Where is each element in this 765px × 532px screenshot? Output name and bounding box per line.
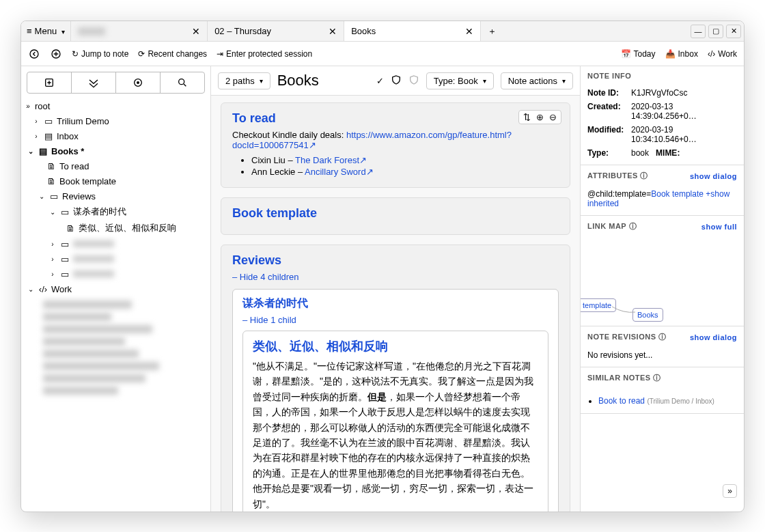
section-title[interactable]: Book template <box>232 206 559 221</box>
tree-item[interactable]: ⌄▭Reviews <box>24 188 208 204</box>
tree-item <box>43 300 132 309</box>
close-icon[interactable]: ✕ <box>465 26 473 37</box>
zoom-in-icon[interactable]: ⊕ <box>536 112 544 122</box>
tree-item[interactable]: ›▤Inbox <box>24 128 208 143</box>
new-note-button[interactable] <box>27 72 72 93</box>
book-link[interactable]: Ancillary Sword <box>305 167 366 177</box>
tab-thursday[interactable]: 02 – Thursday ✕ <box>208 21 344 41</box>
work-button[interactable]: ‹/› Work <box>708 49 737 59</box>
back-button[interactable] <box>28 48 40 60</box>
scroll-active-button[interactable] <box>116 72 161 93</box>
note-actions-dropdown[interactable]: Note actions <box>501 72 573 89</box>
grandchild-title[interactable]: 类似、近似、相似和反响 <box>253 338 538 354</box>
close-icon[interactable]: ✕ <box>192 26 200 37</box>
tree-item[interactable]: ›▭ <box>24 236 208 251</box>
tree-item[interactable]: 🗎Book template <box>24 173 208 188</box>
tree-item[interactable]: ›▭ <box>24 266 208 281</box>
panel-similar: SIMILAR NOTES ⓘ Book to read (Trilium De… <box>581 367 744 414</box>
panel-title: NOTE INFO <box>587 72 631 80</box>
svg-point-4 <box>137 82 139 84</box>
attr-link[interactable]: Book template <box>651 189 704 199</box>
today-button[interactable]: 📅 Today <box>621 49 656 59</box>
tab-0[interactable]: ✕ <box>71 21 208 41</box>
tabs: ✕ 02 – Thursday ✕ Books ✕ ＋ <box>71 21 685 41</box>
close-icon[interactable]: ✕ <box>329 26 337 37</box>
titlebar: ≡ Menu ✕ 02 – Thursday ✕ Books ✕ ＋ — ▢ ✕ <box>21 21 744 42</box>
recent-button[interactable]: ⟳ Recent changes <box>138 49 207 59</box>
shield-icon[interactable] <box>391 74 402 87</box>
note-tree: »root ›▭Trilium Demo ›▤Inbox ⌄▤Books * 🗎… <box>21 99 210 402</box>
tab-books[interactable]: Books ✕ <box>344 21 481 41</box>
sidebar: »root ›▭Trilium Demo ›▤Inbox ⌄▤Books * 🗎… <box>21 66 211 512</box>
tree-item <box>43 313 111 321</box>
add-tab-button[interactable]: ＋ <box>481 21 503 41</box>
section-body: Checkout Kindle daily deals: https://www… <box>232 130 559 150</box>
panel-title: ATTRIBUTES <box>587 171 638 180</box>
close-window-button[interactable]: ✕ <box>726 25 741 38</box>
tree-item[interactable]: ›▭Trilium Demo <box>24 113 208 128</box>
inbox-button[interactable]: 📥 Inbox <box>665 49 698 59</box>
paths-dropdown[interactable]: 2 paths <box>218 72 270 89</box>
expand-right-button[interactable]: » <box>723 484 737 498</box>
tree-item[interactable]: 🗎类似、近似、相似和反响 <box>24 220 208 236</box>
tree-item[interactable]: ›▭ <box>24 251 208 266</box>
hide-children-link[interactable]: – Hide 4 children <box>232 272 559 282</box>
show-full-link[interactable]: show full <box>701 223 737 231</box>
tree-toolbar <box>27 72 205 94</box>
tree-item-work[interactable]: ⌄‹/›Work <box>24 281 208 296</box>
tree-item <box>43 374 145 382</box>
hide-child-link[interactable]: – Hide 1 child <box>242 315 548 325</box>
panel-title: LINK MAP <box>587 222 626 230</box>
menu-button[interactable]: ≡ Menu <box>21 21 71 41</box>
panel-link-map: LINK MAP ⓘshow full template Books <box>581 216 744 326</box>
section-title[interactable]: To read <box>232 111 559 126</box>
show-dialog-link[interactable]: show dialog <box>690 172 737 180</box>
show-dialog-link[interactable]: show dialog <box>690 333 737 341</box>
minimize-button[interactable]: — <box>691 25 706 38</box>
collapse-button[interactable] <box>72 72 116 93</box>
book-link[interactable]: The Dark Forest <box>295 155 359 165</box>
linkmap-node[interactable]: template <box>580 298 616 312</box>
list-item: Cixin Liu – The Dark Forest↗ <box>251 154 559 166</box>
right-sidebar: NOTE INFO Note ID:K1JRVgVfoCsc Created:2… <box>580 66 744 512</box>
page-title[interactable]: Books <box>277 72 370 89</box>
paragraph: "他从不满足。"一位传记家这样写道，"在他倦怠的月光之下百花凋谢，群星黯淡。"是… <box>253 359 538 512</box>
panel-title: SIMILAR NOTES <box>587 374 651 382</box>
shield-outline-icon[interactable] <box>408 74 419 87</box>
tree-item[interactable]: 🗎To read <box>24 158 208 173</box>
zoom-out-icon[interactable]: ⊖ <box>549 112 557 122</box>
section-to-read: ⇅ ⊕ ⊖ To read Checkout Kindle daily deal… <box>221 102 570 188</box>
tree-item <box>43 362 159 370</box>
panel-revisions: NOTE REVISIONS ⓘshow dialog No revisions… <box>581 326 744 367</box>
svg-point-5 <box>179 79 184 85</box>
tree-item <box>43 337 125 346</box>
tree-item <box>43 387 118 395</box>
tree-item[interactable]: ⌄▭谋杀者的时代 <box>24 204 208 220</box>
tree-item <box>43 325 152 333</box>
similar-link[interactable]: Book to read <box>598 396 645 406</box>
linkmap-node[interactable]: Books <box>632 308 663 322</box>
maximize-button[interactable]: ▢ <box>708 25 723 38</box>
tree-item <box>43 350 139 358</box>
panel-attributes: ATTRIBUTES ⓘshow dialog @child:template=… <box>581 165 744 216</box>
revisions-empty: No revisions yet... <box>581 348 744 367</box>
toolbar: ↻ Jump to note ⟳ Recent changes ⇥ Enter … <box>21 42 744 66</box>
check-icon: ✓ <box>376 76 384 86</box>
expand-icon[interactable]: ⇅ <box>523 112 531 122</box>
link-map-canvas[interactable]: template Books <box>581 237 744 326</box>
search-button[interactable] <box>161 72 204 93</box>
section-reviews: Reviews – Hide 4 children 谋杀者的时代 – Hide … <box>221 244 570 512</box>
section-title[interactable]: Reviews <box>232 253 559 268</box>
svg-point-0 <box>30 50 38 58</box>
section-book-template: Book template <box>221 197 570 235</box>
list-item: Ann Leckie – Ancillary Sword↗ <box>251 166 559 178</box>
tree-root[interactable]: »root <box>24 99 208 113</box>
protected-button[interactable]: ⇥ Enter protected session <box>217 49 312 59</box>
similar-item: Book to read (Trilium Demo / Inbox) <box>598 395 737 406</box>
jump-button[interactable]: ↻ Jump to note <box>72 49 128 59</box>
child-title[interactable]: 谋杀者的时代 <box>242 296 548 311</box>
panel-note-info: NOTE INFO Note ID:K1JRVgVfoCsc Created:2… <box>581 66 744 165</box>
type-dropdown[interactable]: Type: Book <box>426 72 494 89</box>
tree-item-books[interactable]: ⌄▤Books * <box>24 143 208 158</box>
forward-button[interactable] <box>50 48 62 60</box>
